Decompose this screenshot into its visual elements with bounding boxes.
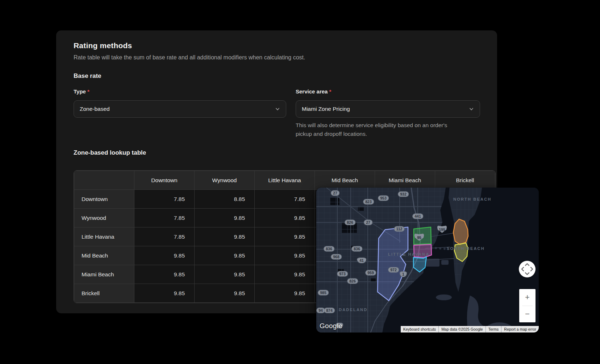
type-label-text: Type — [74, 88, 86, 95]
service-area-label-text: Service area — [296, 88, 328, 95]
column-header-wynwood: Wynwood — [195, 171, 255, 190]
route-shield-932: 932 — [398, 192, 409, 197]
route-shield-836: 836 — [351, 246, 362, 252]
map-zoom-control: + − — [519, 289, 536, 322]
route-shield-985: 985 — [318, 290, 329, 296]
rate-cell[interactable]: 9.85 — [255, 284, 315, 303]
google-map[interactable]: 2795393282382627441112195958368369684197… — [316, 188, 539, 332]
service-area-select-value: Miami Zone Pricing — [302, 106, 350, 112]
zoom-in-button[interactable]: + — [519, 289, 536, 306]
route-shield-953: 953 — [378, 196, 389, 201]
page-description: Rate table will take the sum of base rat… — [74, 54, 305, 61]
required-asterisk: * — [87, 88, 89, 95]
report-map-error-link[interactable]: Report a map error — [501, 326, 539, 332]
rate-cell[interactable]: 9.85 — [134, 265, 195, 284]
column-header-downtown: Downtown — [134, 171, 195, 190]
column-header-mid-beach: Mid Beach — [315, 171, 375, 190]
route-shield-441: 441 — [412, 214, 423, 219]
rate-cell[interactable]: 9.85 — [195, 265, 255, 284]
row-header: Downtown — [74, 190, 134, 209]
row-header: Miami Beach — [74, 265, 134, 284]
rate-cell[interactable]: 9.85 — [195, 246, 255, 265]
row-header: Little Havana — [74, 227, 134, 246]
rate-cell[interactable]: 7.85 — [134, 209, 195, 227]
rate-cell[interactable]: 9.85 — [255, 209, 315, 227]
rate-cell[interactable]: 9.85 — [195, 284, 255, 303]
route-shield-874: 874 — [324, 308, 335, 313]
rate-cell[interactable]: 7.85 — [134, 190, 195, 209]
terms-link[interactable]: Terms — [486, 326, 501, 332]
type-select-value: Zone-based — [80, 106, 110, 112]
base-rate-heading: Base rate — [74, 72, 101, 80]
route-shield-826: 826 — [345, 220, 355, 225]
route-shield-27: 27 — [364, 220, 372, 225]
rate-cell[interactable]: 9.85 — [195, 227, 255, 246]
route-shield-968: 968 — [331, 254, 342, 260]
google-logo[interactable]: Google — [320, 322, 342, 330]
rate-cell[interactable]: 9.85 — [255, 246, 315, 265]
row-header: Wynwood — [74, 209, 134, 227]
column-header-miami-beach: Miami Beach — [375, 171, 435, 190]
service-area-select[interactable]: Miami Zone Pricing — [296, 100, 480, 118]
row-header: Mid Beach — [74, 246, 134, 265]
rate-cell[interactable]: 9.85 — [134, 284, 195, 303]
row-header: Brickell — [74, 284, 134, 303]
chevron-down-icon — [275, 106, 280, 112]
pan-arrows-icon — [519, 261, 536, 277]
rate-cell[interactable]: 9.85 — [195, 209, 255, 227]
table-corner-cell — [74, 171, 134, 190]
place-label-little-havana: LITTLE HAVANA — [388, 252, 429, 256]
service-area-field-label: Service area* — [296, 88, 331, 95]
route-shield-112: 112 — [394, 226, 405, 232]
place-label-dadeland: DADELAND — [339, 307, 367, 312]
route-shield-823: 823 — [363, 199, 374, 205]
rate-cell[interactable]: 8.85 — [195, 190, 255, 209]
route-shield-973: 973 — [337, 271, 348, 277]
page-title: Rating methods — [74, 41, 132, 50]
keyboard-shortcuts-button[interactable]: Keyboard shortcuts — [401, 326, 438, 332]
required-asterisk: * — [329, 88, 331, 95]
route-shield-972: 972 — [388, 267, 399, 273]
column-header-brickell: Brickell — [435, 171, 495, 190]
route-shield-959: 959 — [365, 270, 376, 276]
type-select[interactable]: Zone-based — [74, 100, 286, 118]
column-header-little-havana: Little Havana — [255, 171, 315, 190]
map-pan-control[interactable] — [519, 261, 536, 277]
chevron-down-icon — [469, 106, 474, 112]
place-label-north-beach: NORTH BEACH — [453, 197, 491, 201]
rate-cell[interactable]: 9.85 — [134, 246, 195, 265]
lookup-table-heading: Zone-based lookup table — [74, 149, 146, 156]
route-shield-826: 826 — [347, 279, 358, 284]
service-area-help-text: This will also determine service eligibi… — [296, 121, 484, 138]
rate-cell[interactable]: 9.85 — [255, 227, 315, 246]
rate-cell[interactable]: 7.85 — [255, 190, 315, 209]
route-shield-27: 27 — [331, 191, 339, 196]
map-data-attribution: Map data ©2025 Google — [438, 326, 486, 332]
page: Rating methods Rate table will take the … — [0, 0, 600, 364]
table-header-row: DowntownWynwoodLittle HavanaMid BeachMia… — [74, 171, 495, 190]
map-attribution-bar: Keyboard shortcutsMap data ©2025 GoogleT… — [401, 326, 539, 332]
rate-cell[interactable]: 9.85 — [255, 265, 315, 284]
place-label-south-beach: SOUTH BEACH — [447, 246, 485, 251]
zoom-out-button[interactable]: − — [519, 306, 536, 323]
route-shield-836: 836 — [324, 246, 334, 252]
rate-cell[interactable]: 7.85 — [134, 227, 195, 246]
type-field-label: Type* — [74, 88, 89, 95]
